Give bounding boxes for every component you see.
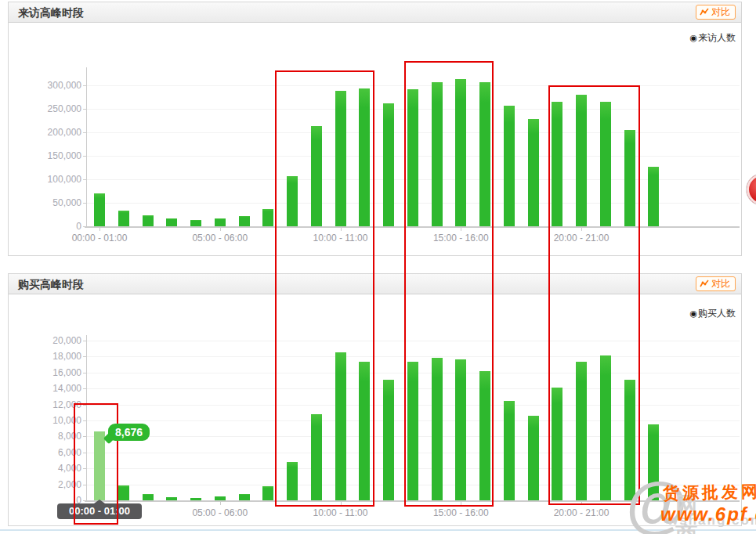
purchases-panel-title: 购买高峰时段 xyxy=(9,278,84,290)
bar[interactable] xyxy=(118,211,129,226)
x-axis-label: 05:00 - 06:00 xyxy=(181,507,259,518)
visits-panel-title: 来访高峰时段 xyxy=(9,6,84,19)
bar[interactable] xyxy=(239,216,250,226)
x-axis-tick xyxy=(99,228,100,231)
y-axis-label: 150,000 xyxy=(20,150,81,161)
purchases-legend-label: 购买人数 xyxy=(698,308,736,319)
y-axis-label: 2,000 xyxy=(20,479,81,490)
bar[interactable] xyxy=(262,209,273,226)
bar[interactable] xyxy=(166,218,177,226)
red-highlight-box xyxy=(548,85,640,505)
y-axis-label: 14,000 xyxy=(20,383,81,394)
purchases-legend: ◉购买人数 xyxy=(689,307,736,320)
bar[interactable] xyxy=(190,498,201,500)
bar[interactable] xyxy=(143,215,154,226)
y-axis-label: 6,000 xyxy=(20,447,81,458)
y-axis-label: 300,000 xyxy=(20,80,81,91)
visits-panel-header: 来访高峰时段 对比 xyxy=(9,2,741,23)
y-axis-label: 18,000 xyxy=(20,351,81,362)
x-axis-label: 00:00 - 01:00 xyxy=(60,233,139,244)
red-highlight-box xyxy=(404,61,494,507)
legend-dot-icon: ◉ xyxy=(689,308,697,318)
bar[interactable] xyxy=(648,424,659,500)
red-highlight-box xyxy=(74,403,118,525)
bar[interactable] xyxy=(648,167,659,226)
bar[interactable] xyxy=(94,193,105,226)
y-axis-label: 8,000 xyxy=(20,431,81,442)
bar[interactable] xyxy=(528,416,539,500)
bar[interactable] xyxy=(504,401,515,500)
bar[interactable] xyxy=(383,103,394,226)
x-axis-label: 05:00 - 06:00 xyxy=(181,233,259,244)
y-axis-label: 12,000 xyxy=(20,399,81,410)
y-axis-line xyxy=(86,67,87,226)
bar[interactable] xyxy=(383,380,394,500)
visits-compare-button[interactable]: 对比 xyxy=(696,5,736,20)
x-axis-tick xyxy=(220,228,221,231)
y-axis-label: 16,000 xyxy=(20,367,81,378)
bar[interactable] xyxy=(239,494,250,500)
x-axis-tick xyxy=(220,502,221,505)
bar[interactable] xyxy=(166,497,177,500)
y-axis-label: 0 xyxy=(20,221,81,232)
y-axis-label: 20,000 xyxy=(20,335,81,346)
y-axis-label: 250,000 xyxy=(20,103,81,114)
bar[interactable] xyxy=(215,218,226,226)
bar[interactable] xyxy=(504,106,515,226)
bottom-divider xyxy=(0,529,756,531)
compare-chart-icon xyxy=(700,8,710,16)
y-axis-label: 10,000 xyxy=(20,415,81,426)
bar[interactable] xyxy=(262,486,273,500)
purchases-compare-button[interactable]: 对比 xyxy=(696,276,736,291)
y-axis-label: 100,000 xyxy=(20,174,81,185)
visits-legend: ◉来访人数 xyxy=(689,31,736,45)
red-circle-button[interactable] xyxy=(746,173,756,206)
red-highlight-box xyxy=(275,70,374,507)
visits-legend-label: 来访人数 xyxy=(698,32,736,43)
x-axis-label: 15:00 - 16:00 xyxy=(421,507,500,518)
compare-chart-icon xyxy=(700,280,710,288)
y-axis-label: 4,000 xyxy=(20,463,81,474)
y-axis-label: 50,000 xyxy=(20,197,81,208)
bar[interactable] xyxy=(118,485,129,500)
x-axis-label: 10:00 - 11:00 xyxy=(302,507,380,518)
bar[interactable] xyxy=(190,220,201,226)
hover-value-tooltip: 8,676 xyxy=(108,424,150,441)
y-axis-label: 200,000 xyxy=(20,127,81,138)
legend-dot-icon: ◉ xyxy=(689,33,697,42)
bar[interactable] xyxy=(215,496,226,500)
bar[interactable] xyxy=(143,494,154,500)
bar[interactable] xyxy=(528,119,539,226)
dashboard: 来访高峰时段 对比 ◉来访人数 购买高峰时段 对比 xyxy=(0,0,756,534)
x-axis-label: 20:00 - 21:00 xyxy=(542,507,620,518)
